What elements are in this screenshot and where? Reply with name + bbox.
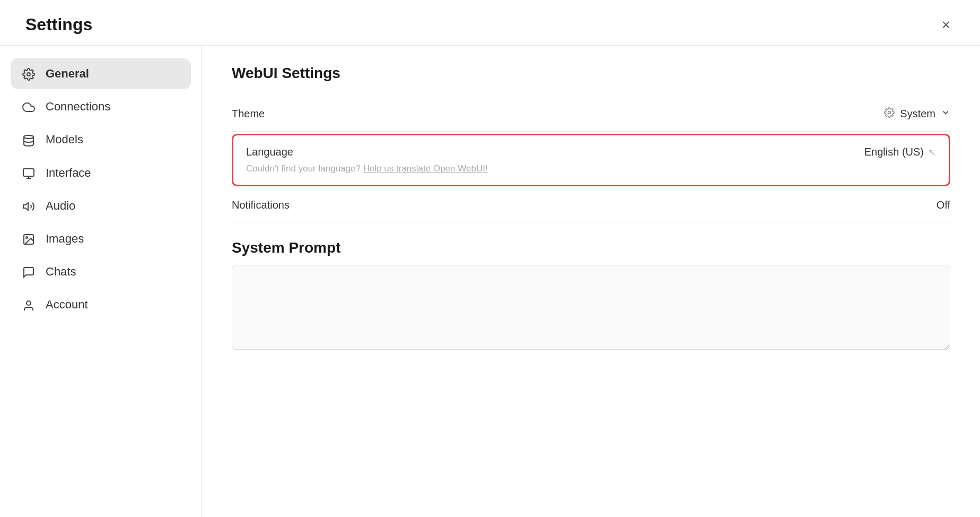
svg-marker-5 xyxy=(23,203,28,210)
sidebar-item-audio[interactable]: Audio xyxy=(11,191,191,221)
language-cursor-icon: ↖ xyxy=(928,147,936,158)
sidebar-item-images[interactable]: Images xyxy=(11,223,191,254)
sidebar-item-chats-label: Chats xyxy=(46,265,76,279)
theme-value-container[interactable]: System xyxy=(884,107,950,120)
language-hint-link[interactable]: Help us translate Open WebUI! xyxy=(363,163,488,174)
database-icon xyxy=(21,133,36,147)
sidebar-item-audio-label: Audio xyxy=(46,199,75,213)
sidebar-item-chats[interactable]: Chats xyxy=(11,256,191,287)
language-value-container[interactable]: English (US) ↖ xyxy=(864,146,936,158)
modal-title: Settings xyxy=(25,15,92,35)
sidebar-item-images-label: Images xyxy=(46,232,84,246)
modal-overlay: Settings × General xyxy=(0,0,980,517)
sidebar-item-models[interactable]: Models xyxy=(11,124,191,155)
theme-row: Theme System xyxy=(232,97,950,132)
svg-point-7 xyxy=(26,237,28,238)
theme-value-text: System xyxy=(900,108,935,120)
modal-header: Settings × xyxy=(0,0,980,46)
cloud-icon xyxy=(21,100,36,114)
settings-modal: Settings × General xyxy=(0,0,980,517)
system-prompt-textarea[interactable] xyxy=(232,265,950,350)
chat-icon xyxy=(21,265,36,279)
notifications-row: Notifications Off xyxy=(232,188,950,222)
language-row: Language English (US) ↖ xyxy=(246,146,936,158)
sidebar-item-account-label: Account xyxy=(46,298,88,312)
sidebar: General Connections xyxy=(0,46,202,517)
content-area: WebUI Settings Theme System xyxy=(202,46,980,517)
language-hint-text: Couldn't find your language? Help us tra… xyxy=(246,163,488,174)
section-title: WebUI Settings xyxy=(232,65,950,82)
language-value-text: English (US) xyxy=(864,146,924,158)
sidebar-item-connections[interactable]: Connections xyxy=(11,91,191,122)
gear-icon xyxy=(21,67,36,81)
sidebar-item-account[interactable]: Account xyxy=(11,289,191,320)
sidebar-item-general[interactable]: General xyxy=(11,58,191,89)
speaker-icon xyxy=(21,199,36,213)
sidebar-item-connections-label: Connections xyxy=(46,100,110,114)
theme-label: Theme xyxy=(232,108,265,120)
svg-point-0 xyxy=(27,73,30,76)
svg-point-1 xyxy=(24,135,33,139)
account-icon xyxy=(21,298,36,312)
modal-body: General Connections xyxy=(0,46,980,517)
system-prompt-title: System Prompt xyxy=(232,239,950,256)
svg-point-8 xyxy=(27,301,31,305)
notifications-value: Off xyxy=(937,199,950,211)
language-hint: Couldn't find your language? Help us tra… xyxy=(246,163,936,174)
svg-rect-2 xyxy=(23,169,34,176)
sidebar-item-general-label: General xyxy=(46,67,89,81)
close-button[interactable]: × xyxy=(938,15,955,35)
monitor-icon xyxy=(21,166,36,180)
image-icon xyxy=(21,232,36,246)
svg-point-9 xyxy=(888,111,891,114)
language-label: Language xyxy=(246,146,293,158)
sidebar-item-interface-label: Interface xyxy=(46,166,91,180)
language-section: Language English (US) ↖ Couldn't find yo… xyxy=(232,134,950,186)
sidebar-item-interface[interactable]: Interface xyxy=(11,158,191,188)
notifications-label: Notifications xyxy=(232,199,290,211)
sidebar-item-models-label: Models xyxy=(46,133,83,147)
theme-gear-icon xyxy=(884,107,895,120)
theme-chevron-icon xyxy=(941,108,950,120)
